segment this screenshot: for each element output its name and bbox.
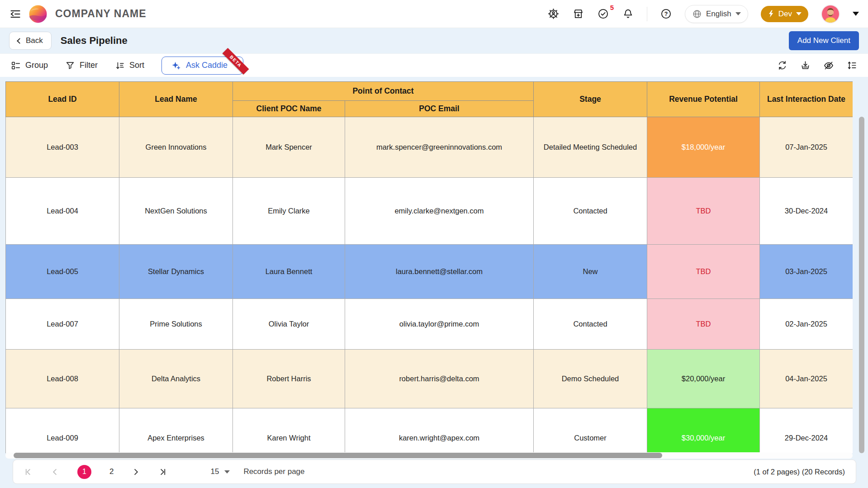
cell-lead-name[interactable]: Apex Enterprises xyxy=(119,408,233,454)
pagination-summary: (1 of 2 pages) (20 Records) xyxy=(754,468,845,476)
cell-poc-email[interactable]: karen.wright@apex.com xyxy=(345,408,534,454)
horizontal-scrollbar-thumb[interactable] xyxy=(14,453,662,458)
cell-revenue[interactable]: $30,000/year xyxy=(647,408,760,454)
cell-poc-name[interactable]: Mark Spencer xyxy=(233,117,345,178)
table-row-selected[interactable]: Lead-005 Stellar Dynamics Laura Bennett … xyxy=(6,245,853,299)
profile-menu-button[interactable] xyxy=(853,12,859,16)
cell-lead-id[interactable]: Lead-008 xyxy=(6,350,119,408)
cell-poc-email[interactable]: laura.bennett@stellar.com xyxy=(345,245,534,299)
lightning-icon xyxy=(768,10,774,18)
row-height-button[interactable] xyxy=(847,60,857,71)
table-row[interactable]: Lead-009 Apex Enterprises Karen Wright k… xyxy=(6,408,853,454)
table-row[interactable]: Lead-007 Prime Solutions Olivia Taylor o… xyxy=(6,299,853,350)
column-header-revenue-potential[interactable]: Revenue Potential xyxy=(647,82,760,117)
cell-stage[interactable]: New xyxy=(534,245,647,299)
sort-button[interactable]: Sort xyxy=(115,61,144,71)
tasks-button[interactable]: 5 xyxy=(597,8,609,20)
hide-columns-button[interactable] xyxy=(823,60,834,71)
filter-button[interactable]: Filter xyxy=(65,61,98,71)
column-header-client-poc-name[interactable]: Client POC Name xyxy=(233,101,345,117)
column-header-lead-name[interactable]: Lead Name xyxy=(119,82,233,117)
cell-stage[interactable]: Contacted xyxy=(534,299,647,350)
cell-last-interaction[interactable]: 30-Dec-2024 xyxy=(760,178,853,245)
page-2-button[interactable]: 2 xyxy=(109,467,114,476)
user-avatar[interactable] xyxy=(821,5,840,24)
cell-lead-id[interactable]: Lead-005 xyxy=(6,245,119,299)
last-page-button[interactable] xyxy=(158,468,167,476)
table-row[interactable]: Lead-003 Green Innovations Mark Spencer … xyxy=(6,117,853,178)
help-button[interactable]: ? xyxy=(660,8,672,20)
cell-lead-id[interactable]: Lead-007 xyxy=(6,299,119,350)
cell-poc-email[interactable]: olivia.taylor@prime.com xyxy=(345,299,534,350)
cell-last-interaction[interactable]: 03-Jan-2025 xyxy=(760,245,853,299)
column-header-point-of-contact[interactable]: Point of Contact xyxy=(233,82,534,101)
notifications-button[interactable] xyxy=(622,8,634,20)
cell-last-interaction[interactable]: 29-Dec-2024 xyxy=(760,408,853,454)
cell-poc-name[interactable]: Emily Clarke xyxy=(233,178,345,245)
group-button[interactable]: Group xyxy=(11,61,48,71)
page-header: Back Sales Pipeline Add New Client xyxy=(0,28,868,53)
cell-lead-name[interactable]: Delta Analytics xyxy=(119,350,233,408)
sidebar-collapse-button[interactable] xyxy=(9,8,22,20)
sort-icon xyxy=(115,61,125,71)
cell-last-interaction[interactable]: 02-Jan-2025 xyxy=(760,299,853,350)
cell-revenue[interactable]: TBD xyxy=(647,245,760,299)
cell-lead-id[interactable]: Lead-004 xyxy=(6,178,119,245)
column-header-lead-id[interactable]: Lead ID xyxy=(6,82,119,117)
chevron-down-icon xyxy=(796,12,802,15)
cell-lead-name[interactable]: NextGen Solutions xyxy=(119,178,233,245)
cell-lead-id[interactable]: Lead-003 xyxy=(6,117,119,178)
cell-revenue[interactable]: TBD xyxy=(647,178,760,245)
cell-revenue[interactable]: $20,000/year xyxy=(647,350,760,408)
cell-poc-name[interactable]: Laura Bennett xyxy=(233,245,345,299)
prev-page-button[interactable] xyxy=(51,468,59,476)
globe-icon xyxy=(692,9,702,19)
table-row[interactable]: Lead-004 NextGen Solutions Emily Clarke … xyxy=(6,178,853,245)
cell-revenue[interactable]: $18,000/year xyxy=(647,117,760,178)
cell-stage[interactable]: Contacted xyxy=(534,178,647,245)
cell-poc-name[interactable]: Robert Harris xyxy=(233,350,345,408)
cell-stage[interactable]: Detailed Meeting Scheduled xyxy=(534,117,647,178)
cell-last-interaction[interactable]: 04-Jan-2025 xyxy=(760,350,853,408)
refresh-button[interactable] xyxy=(777,60,787,71)
cell-stage[interactable]: Customer xyxy=(534,408,647,454)
back-button[interactable]: Back xyxy=(9,32,52,50)
sort-label: Sort xyxy=(129,61,144,70)
cell-lead-name[interactable]: Stellar Dynamics xyxy=(119,245,233,299)
check-circle-icon xyxy=(597,8,609,20)
cell-poc-name[interactable]: Karen Wright xyxy=(233,408,345,454)
add-new-client-button[interactable]: Add New Client xyxy=(789,31,859,50)
marketplace-button[interactable] xyxy=(572,8,584,20)
cell-revenue[interactable]: TBD xyxy=(647,299,760,350)
user-settings-button[interactable] xyxy=(547,8,560,20)
ask-caddie-button[interactable]: Ask Caddie BETA xyxy=(161,57,243,75)
download-button[interactable] xyxy=(800,60,811,71)
language-selector[interactable]: English xyxy=(685,5,748,23)
page-1-button[interactable]: 1 xyxy=(77,465,91,479)
cell-lead-id[interactable]: Lead-009 xyxy=(6,408,119,454)
chevron-left-icon xyxy=(51,468,59,476)
cell-poc-email[interactable]: robert.harris@delta.com xyxy=(345,350,534,408)
vertical-scrollbar-thumb[interactable] xyxy=(859,117,864,453)
horizontal-scrollbar[interactable] xyxy=(5,452,853,459)
table-row[interactable]: Lead-008 Delta Analytics Robert Harris r… xyxy=(6,350,853,408)
cell-poc-email[interactable]: emily.clarke@nextgen.com xyxy=(345,178,534,245)
first-page-button[interactable] xyxy=(24,468,33,476)
cell-lead-name[interactable]: Green Innovations xyxy=(119,117,233,178)
column-header-last-interaction-date[interactable]: Last Interaction Date xyxy=(760,82,853,117)
column-header-poc-email[interactable]: POC Email xyxy=(345,101,534,117)
cell-poc-email[interactable]: mark.spencer@greeninnovations.com xyxy=(345,117,534,178)
next-page-button[interactable] xyxy=(132,468,140,476)
cell-stage[interactable]: Demo Scheduled xyxy=(534,350,647,408)
bell-icon xyxy=(622,8,634,20)
data-table: Lead ID Lead Name Point of Contact Stage… xyxy=(5,81,853,453)
cell-lead-name[interactable]: Prime Solutions xyxy=(119,299,233,350)
records-per-page-select[interactable]: 15 xyxy=(210,467,230,476)
cell-poc-name[interactable]: Olivia Taylor xyxy=(233,299,345,350)
column-header-stage[interactable]: Stage xyxy=(534,82,647,117)
download-icon xyxy=(800,60,811,71)
cell-last-interaction[interactable]: 07-Jan-2025 xyxy=(760,117,853,178)
profile-menu-caret-icon xyxy=(853,12,859,16)
chevron-down-icon xyxy=(735,12,741,15)
dev-mode-button[interactable]: Dev xyxy=(761,6,808,22)
